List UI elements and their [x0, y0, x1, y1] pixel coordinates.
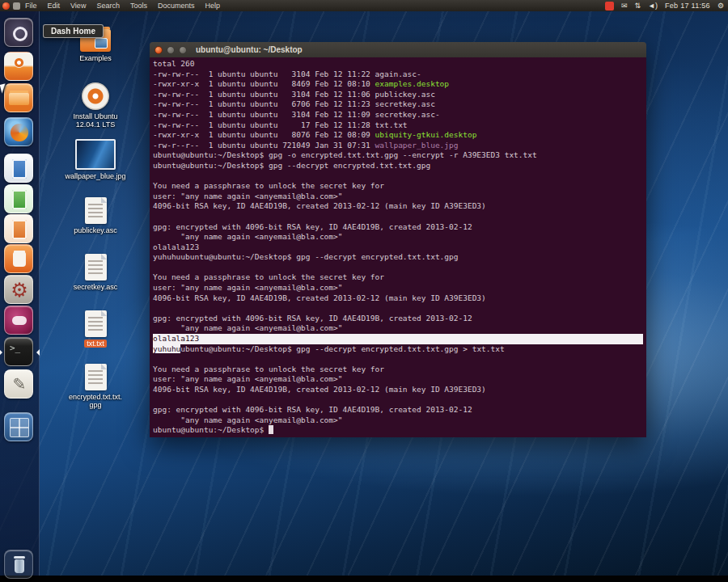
terminal-line: "any name again <anyemail@bla.com>" [153, 415, 643, 426]
launcher-item-install-ubuntu[interactable] [4, 52, 35, 82]
menu-help[interactable]: Help [205, 2, 220, 10]
system-settings-icon [4, 275, 33, 304]
text-file-icon [85, 197, 107, 224]
volume-icon[interactable]: ◄) [648, 0, 658, 11]
installer-icon [82, 82, 109, 110]
terminal-output[interactable]: total 260-rw-rw-r-- 1 ubuntu ubuntu 3104… [150, 57, 646, 437]
text-file-icon [85, 254, 107, 280]
terminal-line: olalala123 [153, 334, 643, 344]
messages-icon[interactable]: ✉ [621, 0, 628, 11]
terminal-line: -rw-rw-r-- 1 ubuntu ubuntu 3104 Feb 12 1… [153, 110, 643, 120]
terminal-line: 4096-bit RSA key, ID 4AE4D19B, created 2… [153, 385, 643, 395]
clock-indicator[interactable]: Feb 17 11:56 [665, 0, 710, 11]
terminal-line [153, 395, 643, 406]
desktop-icon-label: txt.txt [84, 340, 107, 348]
terminal-titlebar[interactable]: ubuntu@ubuntu: ~/Desktop [150, 42, 646, 57]
libreoffice-impress-icon [4, 214, 33, 243]
desktop-icon-txt-txt[interactable]: txt.txt [69, 310, 122, 348]
launcher-item-terminal[interactable] [4, 337, 35, 368]
firefox-icon [4, 117, 33, 146]
stop-recording-icon[interactable] [605, 2, 614, 11]
focused-app-icon [13, 2, 20, 10]
terminal-line: -rw-rw-r-- 1 ubuntu ubuntu 3104 Feb 12 1… [153, 90, 643, 100]
recorder-app-icon [2, 2, 10, 10]
libreoffice-writer-icon [4, 154, 33, 183]
terminal-line: user: "any name again <anyemail@bla.com>… [153, 374, 643, 385]
terminal-line: gpg: encrypted with 4096-bit RSA key, ID… [153, 405, 643, 415]
launcher-item-workspace-switcher[interactable] [4, 412, 35, 443]
terminal-line: You need a passphrase to unlock the secr… [153, 365, 643, 375]
terminal-line: ubuntu@ubuntu:~/Desktop$ gpg -o encrypte… [153, 150, 643, 161]
terminal-line [153, 303, 643, 314]
launcher-item-text-editor[interactable] [4, 369, 35, 400]
terminal-line: You need a passphrase to unlock the secr… [153, 181, 643, 192]
menu-tools[interactable]: Tools [130, 2, 147, 10]
terminal-line: "any name again <anyemail@bla.com>" [153, 232, 643, 242]
libreoffice-calc-icon [4, 184, 33, 213]
letterbox-strip [0, 576, 728, 582]
launcher-item-system-settings[interactable] [4, 275, 35, 306]
software-center-icon [4, 244, 33, 273]
close-button[interactable] [154, 46, 163, 54]
terminal-window[interactable]: ubuntu@ubuntu: ~/Desktop total 260-rw-rw… [150, 42, 646, 437]
launcher-item-software-center[interactable] [4, 244, 35, 275]
desktop-icon-install-ubuntu[interactable]: Install Ubuntu 12.04.1 LTS [69, 82, 122, 129]
terminal-line [153, 171, 643, 182]
terminal-line: 4096-bit RSA key, ID 4AE4D19B, created 2… [153, 293, 643, 304]
desktop-icon-label: secretkey.asc [74, 283, 117, 291]
terminal-line: -rw-rw-r-- 1 ubuntu ubuntu 17 Feb 12 11:… [153, 120, 643, 131]
desktop-icon-label: Install Ubuntu 12.04.1 LTS [73, 112, 117, 129]
minimize-button[interactable] [167, 46, 175, 54]
desktop-icon-publickey-asc[interactable]: publickey.asc [69, 197, 122, 234]
desktop-icon-encrypted-txt-txt-[interactable]: encrypted.txt.txt. gpg [69, 364, 122, 409]
text-file-icon [85, 310, 107, 337]
terminal-line [153, 354, 643, 365]
terminal-line: 4096-bit RSA key, ID 4AE4D19B, created 2… [153, 201, 643, 212]
session-gear-icon[interactable]: ⚙ [717, 0, 724, 11]
terminal-line [153, 212, 643, 222]
menu-search[interactable]: Search [96, 2, 120, 10]
terminal-line: ubuntu@ubuntu:~/Desktop$ [153, 425, 643, 436]
text-file-icon [85, 364, 107, 390]
menu-edit[interactable]: Edit [48, 2, 61, 10]
terminal-line: gpg: encrypted with 4096-bit RSA key, ID… [153, 314, 643, 324]
terminal-line: You need a passphrase to unlock the secr… [153, 272, 643, 283]
global-menubar: FileEditViewSearchToolsDocumentsHelp ✉ ⇅… [0, 0, 728, 11]
menu-view[interactable]: View [70, 2, 86, 10]
launcher-item-libreoffice-calc[interactable] [4, 184, 35, 215]
desktop: FileEditViewSearchToolsDocumentsHelp ✉ ⇅… [0, 0, 728, 582]
desktop-icon-secretkey-asc[interactable]: secretkey.asc [69, 254, 122, 291]
launcher-item-ubuntu-one[interactable] [4, 306, 35, 336]
window-title: ubuntu@ubuntu: ~/Desktop [196, 45, 303, 54]
terminal-line: olalala123 [153, 242, 643, 253]
network-icon[interactable]: ⇅ [634, 0, 641, 11]
launcher-item-libreoffice-impress[interactable] [4, 214, 35, 245]
desktop-icon-wallpaper-blue-jpg[interactable]: wallpaper_blue.jpg [69, 139, 122, 180]
home-folder-icon [4, 83, 33, 112]
terminal-line: total 260 [153, 59, 643, 70]
terminal-line: "any name again <anyemail@bla.com>" [153, 323, 643, 334]
install-ubuntu-icon [4, 52, 33, 81]
maximize-button[interactable] [179, 46, 187, 54]
launcher-item-trash[interactable] [4, 550, 35, 580]
desktop-icon-label: publickey.asc [74, 226, 116, 234]
menu-documents[interactable]: Documents [158, 2, 195, 10]
terminal-icon [4, 337, 33, 366]
workspace-switcher-icon [4, 412, 33, 441]
terminal-line: user: "any name again <anyemail@bla.com>… [153, 192, 643, 202]
menu-file[interactable]: File [25, 2, 37, 10]
indicator-area: ✉ ⇅ ◄) Feb 17 11:56 ⚙ [605, 0, 728, 11]
image-thumb-icon [75, 139, 116, 170]
terminal-line [153, 263, 643, 273]
terminal-line: -rw-rw-r-- 1 ubuntu ubuntu 6706 Feb 12 1… [153, 99, 643, 110]
dash-home-icon [4, 18, 33, 47]
launcher-item-firefox[interactable] [4, 117, 35, 148]
launcher-item-home-folder[interactable] [4, 83, 35, 114]
terminal-line: user: "any name again <anyemail@bla.com>… [153, 283, 643, 293]
terminal-line: gpg: encrypted with 4096-bit RSA key, ID… [153, 222, 643, 233]
terminal-line: -rw-r--r-- 1 ubuntu ubuntu 721049 Jan 31… [153, 141, 643, 151]
launcher-item-dash-home[interactable] [4, 18, 35, 48]
terminal-line: ubuntu@ubuntu:~/Desktop$ gpg --decrypt e… [153, 161, 643, 171]
launcher-item-libreoffice-writer[interactable] [4, 154, 35, 184]
terminal-line: -rw-rw-r-- 1 ubuntu ubuntu 3104 Feb 12 1… [153, 70, 643, 80]
